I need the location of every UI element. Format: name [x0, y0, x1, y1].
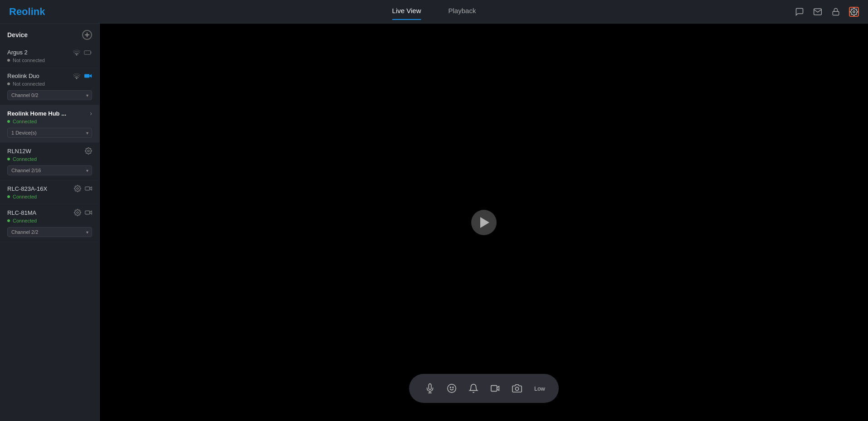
mic-button[interactable]	[420, 378, 440, 398]
svg-rect-10	[85, 187, 90, 190]
device-row-rln12w: RLN12W	[7, 147, 92, 155]
channel-select-wrap-home-hub[interactable]: 1 Device(s)	[7, 128, 92, 138]
chat-icon-1[interactable]	[795, 7, 805, 17]
header: Reolink Live View Playback	[0, 0, 868, 24]
channel-select-wrap-reolink-duo[interactable]: Channel 0/2	[7, 90, 92, 100]
device-item-rlc81ma[interactable]: RLC-81MA	[0, 204, 99, 242]
device-row-argus2: Argus 2	[7, 49, 92, 56]
device-name-rlc823a: RLC-823A-16X	[7, 185, 47, 192]
device-header: Device	[0, 24, 99, 44]
device-name-rln12w: RLN12W	[7, 148, 31, 155]
svg-rect-0	[833, 11, 839, 15]
device-row-rlc823a: RLC-823A-16X	[7, 185, 92, 192]
status-text-home-hub: Connected	[13, 119, 37, 124]
device-item-reolink-duo[interactable]: Reolink Duo	[0, 68, 99, 105]
quality-label[interactable]: Low	[532, 385, 548, 392]
sidebar: Device Argus 2	[0, 24, 100, 421]
device-status-rlc823a: Connected	[7, 194, 92, 199]
nav-playback[interactable]: Playback	[449, 7, 476, 16]
svg-point-17	[453, 387, 454, 388]
lock-icon[interactable]	[831, 7, 841, 17]
svg-rect-12	[85, 211, 90, 214]
emoji-button[interactable]	[442, 378, 462, 398]
device-name-home-hub: Reolink Home Hub ...	[7, 110, 66, 117]
svg-point-15	[448, 384, 456, 392]
svg-point-1	[853, 10, 855, 13]
gear-icon-rln12w[interactable]	[85, 147, 92, 155]
device-row-rlc81ma: RLC-81MA	[7, 209, 92, 216]
channel-select-rln12w[interactable]: Channel 2/16	[7, 165, 92, 175]
play-button[interactable]	[471, 210, 497, 235]
signal-icon-argus2	[73, 49, 80, 56]
status-dot-rlc823a	[7, 195, 10, 198]
message-icon[interactable]	[813, 7, 823, 17]
device-icons-rln12w	[85, 147, 92, 155]
status-text-reolink-duo: Not connected	[13, 81, 45, 87]
status-text-rlc823a: Connected	[13, 194, 37, 199]
device-name-reolink-duo: Reolink Duo	[7, 73, 39, 79]
signal-icon-reolink-duo	[73, 73, 80, 79]
status-dot-rlc81ma	[7, 219, 10, 222]
status-dot-reolink-duo	[7, 82, 10, 85]
svg-point-4	[76, 54, 77, 55]
alert-button[interactable]	[463, 378, 483, 398]
device-status-argus2: Not connected	[7, 58, 92, 63]
device-icons-rlc81ma	[74, 209, 92, 216]
cam-icon-rlc81ma	[85, 210, 92, 215]
device-item-rln12w[interactable]: RLN12W Connected Channel 2/16	[0, 143, 99, 180]
device-row-reolink-duo: Reolink Duo	[7, 73, 92, 79]
device-header-title: Device	[7, 31, 28, 39]
device-name-argus2: Argus 2	[7, 49, 28, 56]
device-icons-reolink-duo	[73, 73, 92, 79]
device-status-home-hub: Connected	[7, 119, 92, 124]
arrow-icon-home-hub: ›	[90, 110, 92, 117]
logo-text: Reolink	[9, 6, 45, 18]
channel-select-wrap-rlc81ma[interactable]: Channel 2/2	[7, 227, 92, 237]
svg-point-8	[88, 150, 89, 152]
device-item-argus2[interactable]: Argus 2	[0, 44, 99, 68]
camera-button[interactable]	[507, 378, 527, 398]
cam-icon-rlc823a	[85, 186, 92, 191]
channel-select-home-hub[interactable]: 1 Device(s)	[7, 128, 92, 138]
channel-select-reolink-duo[interactable]: Channel 0/2	[7, 90, 92, 100]
device-row-home-hub: Reolink Home Hub ... ›	[7, 110, 92, 117]
add-device-button[interactable]	[82, 30, 92, 40]
gear-icon-rlc823a[interactable]	[74, 185, 81, 192]
device-name-rlc81ma: RLC-81MA	[7, 209, 36, 216]
header-right	[795, 7, 859, 17]
logo: Reolink	[9, 6, 45, 18]
svg-point-9	[77, 188, 78, 189]
device-status-rlc81ma: Connected	[7, 218, 92, 223]
video-button[interactable]	[485, 378, 505, 398]
cam-icon-reolink-duo	[84, 73, 92, 79]
status-text-argus2: Not connected	[13, 58, 45, 63]
svg-rect-18	[491, 386, 497, 392]
svg-point-16	[450, 387, 451, 388]
svg-rect-5	[84, 50, 91, 54]
device-status-rln12w: Connected	[7, 156, 92, 162]
svg-point-6	[76, 77, 77, 79]
device-icons-home-hub: ›	[90, 110, 92, 117]
bottom-controls: Low	[409, 374, 559, 403]
channel-select-wrap-rln12w[interactable]: Channel 2/16	[7, 165, 92, 175]
device-item-home-hub[interactable]: Reolink Home Hub ... › Connected 1 Devic…	[0, 105, 99, 143]
battery-icon-argus2	[84, 50, 92, 55]
device-status-reolink-duo: Not connected	[7, 81, 92, 87]
status-dot-rln12w	[7, 158, 10, 160]
svg-point-11	[77, 212, 78, 213]
channel-select-rlc81ma[interactable]: Channel 2/2	[7, 227, 92, 237]
settings-icon[interactable]	[849, 7, 859, 17]
status-dot-home-hub	[7, 120, 10, 123]
main-nav: Live View Playback	[392, 7, 476, 16]
gear-icon-rlc81ma[interactable]	[74, 209, 81, 216]
svg-point-19	[515, 387, 518, 390]
video-area: Low	[100, 24, 868, 421]
device-icons-argus2	[73, 49, 92, 56]
main-body: Device Argus 2	[0, 24, 868, 421]
device-icons-rlc823a	[74, 185, 92, 192]
status-dot-argus2	[7, 59, 10, 62]
nav-live-view[interactable]: Live View	[392, 7, 421, 16]
svg-rect-7	[84, 74, 89, 77]
status-text-rlc81ma: Connected	[13, 218, 37, 223]
device-item-rlc823a[interactable]: RLC-823A-16X	[0, 180, 99, 204]
